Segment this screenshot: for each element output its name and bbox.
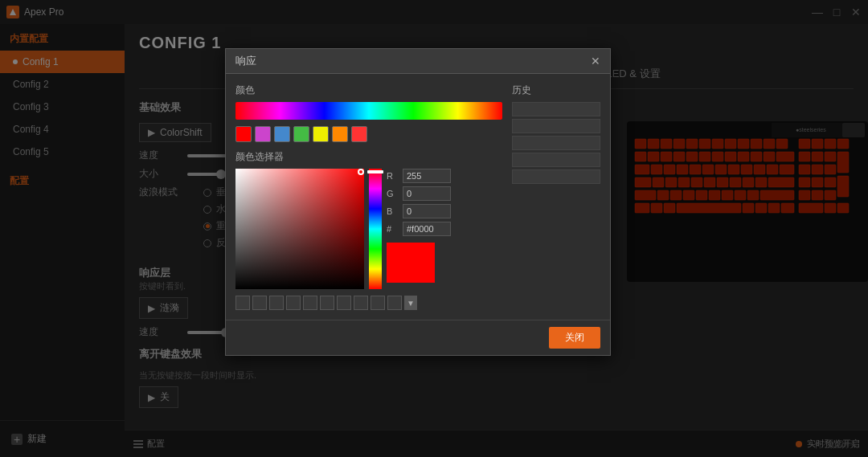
history-section: 历史 bbox=[512, 84, 600, 310]
history-title: 历史 bbox=[512, 84, 600, 97]
color-presets-swatches bbox=[235, 126, 502, 142]
dialog-close-button[interactable]: ✕ bbox=[591, 55, 600, 67]
picker-title: 颜色选择器 bbox=[235, 150, 502, 164]
picker-cursor bbox=[358, 169, 364, 175]
b-input-row: B bbox=[387, 204, 451, 218]
history-row-3 bbox=[512, 136, 600, 150]
dialog-close-confirm-button[interactable]: 关闭 bbox=[549, 327, 600, 349]
color-section-title: 颜色 bbox=[235, 84, 502, 97]
b-label: B bbox=[387, 206, 398, 216]
swatch-lightred[interactable] bbox=[351, 126, 367, 142]
hash-label: # bbox=[387, 224, 398, 234]
bottom-swatch-10[interactable] bbox=[387, 296, 402, 310]
g-input-row: G bbox=[387, 186, 451, 201]
hex-input-row: # bbox=[387, 222, 451, 236]
bottom-swatch-9[interactable] bbox=[371, 296, 385, 310]
hex-input[interactable] bbox=[403, 222, 451, 236]
color-presets-bar bbox=[235, 102, 502, 120]
dialog-title: 响应 bbox=[235, 54, 256, 68]
color-dialog: 响应 ✕ 颜色 颜色选择器 bbox=[225, 48, 611, 356]
bottom-swatches: ▼ bbox=[235, 296, 502, 310]
r-input-row: R bbox=[387, 169, 451, 183]
swatch-red[interactable] bbox=[235, 126, 252, 142]
history-row-4 bbox=[512, 153, 600, 167]
bottom-swatch-5[interactable] bbox=[303, 296, 317, 310]
r-label: R bbox=[387, 171, 398, 181]
dialog-overlay: 响应 ✕ 颜色 颜色选择器 bbox=[0, 0, 868, 457]
rgb-inputs: R G B # bbox=[387, 169, 451, 289]
swatch-yellow[interactable] bbox=[313, 126, 329, 142]
r-input[interactable] bbox=[403, 169, 451, 183]
bottom-swatch-4[interactable] bbox=[286, 296, 301, 310]
dialog-body: 颜色 颜色选择器 bbox=[226, 74, 610, 320]
picker-area: R G B # bbox=[235, 169, 502, 289]
swatch-purple[interactable] bbox=[255, 126, 271, 142]
bottom-swatch-2[interactable] bbox=[252, 296, 267, 310]
hue-cursor bbox=[367, 170, 383, 173]
dialog-left: 颜色 颜色选择器 bbox=[235, 84, 502, 310]
hue-bar[interactable] bbox=[369, 169, 382, 289]
color-gradient-picker[interactable] bbox=[235, 169, 364, 289]
dialog-titlebar: 响应 ✕ bbox=[226, 49, 610, 74]
bottom-swatch-6[interactable] bbox=[320, 296, 334, 310]
color-preview-swatch bbox=[387, 243, 435, 283]
swatch-blue[interactable] bbox=[274, 126, 290, 142]
bottom-swatch-1[interactable] bbox=[235, 296, 250, 310]
g-input[interactable] bbox=[403, 186, 451, 201]
dialog-footer: 关闭 bbox=[226, 320, 610, 355]
history-row-2 bbox=[512, 119, 600, 133]
bottom-swatch-3[interactable] bbox=[269, 296, 284, 310]
b-input[interactable] bbox=[403, 204, 451, 218]
history-row-1 bbox=[512, 102, 600, 116]
swatch-orange[interactable] bbox=[332, 126, 348, 142]
swatch-expand-button[interactable]: ▼ bbox=[404, 296, 417, 310]
bottom-swatch-8[interactable] bbox=[354, 296, 368, 310]
g-label: G bbox=[387, 189, 398, 198]
swatch-green[interactable] bbox=[293, 126, 309, 142]
history-row-5 bbox=[512, 169, 600, 184]
bottom-swatch-7[interactable] bbox=[337, 296, 351, 310]
